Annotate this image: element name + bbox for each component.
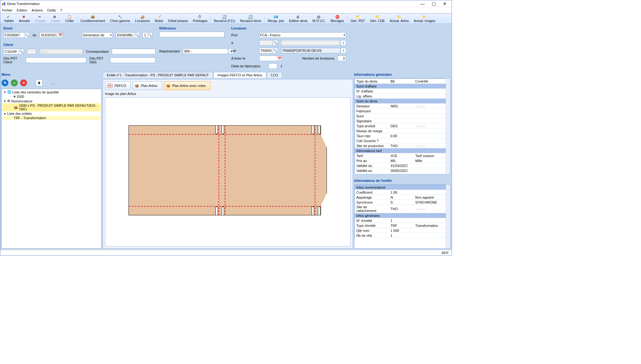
- app-icon: [2, 2, 6, 6]
- table-row: Fabricant: [355, 109, 450, 114]
- more-button[interactable]: …: [51, 81, 55, 85]
- tool-recalcul-f11-[interactable]: 🔄Recalcul (F11): [211, 14, 237, 24]
- tool-valider[interactable]: ✔Valider: [2, 14, 16, 24]
- a-lookup[interactable]: 🔍: [273, 40, 278, 46]
- conditionnement-icon: 📦: [91, 15, 95, 19]
- par-code-input[interactable]: [259, 48, 273, 53]
- close-button[interactable]: ✕: [439, 1, 450, 7]
- toolbar: ✔Valider✖Annuler✂Couper⧉Copier📋Coller📦Co…: [0, 13, 452, 24]
- menu-edition[interactable]: Edition: [17, 8, 27, 12]
- remove-button[interactable]: ✕: [20, 79, 27, 86]
- a-code-input[interactable]: [259, 40, 273, 46]
- par-desc-input: [281, 48, 341, 53]
- tree-leaf-trf[interactable]: TRF - Transformation: [2, 116, 101, 120]
- tool-m-o-v-c-[interactable]: ⓂM.O.V.C.: [310, 14, 328, 24]
- devis-num-input[interactable]: [3, 32, 25, 38]
- client-code-input[interactable]: [3, 49, 19, 54]
- tab-images[interactable]: Images FEFCO et Plan Artios: [214, 72, 266, 78]
- ensemble-lookup[interactable]: 🔍: [134, 32, 139, 38]
- btn-fefco[interactable]: FEFCO: [105, 81, 131, 90]
- tool-g-n-cde[interactable]: 📁Gén. CDE: [368, 14, 387, 24]
- rep-input[interactable]: [183, 48, 228, 54]
- table-row: Type du devisBEContrôlé: [355, 79, 450, 84]
- nb-input[interactable]: [337, 56, 346, 61]
- choix-gamme-icon: 🔧: [118, 15, 122, 19]
- ensemble-input[interactable]: [116, 32, 134, 38]
- port-select[interactable]: FCA - Franco▾: [259, 32, 346, 38]
- edit-button[interactable]: ✎: [2, 79, 8, 86]
- table-row: AppairageNNon appairé: [355, 195, 450, 200]
- tree-leaf-1500[interactable]: 1500: [2, 94, 101, 99]
- btn-plan-artios[interactable]: 📦 Plan Artios: [133, 81, 162, 90]
- tool-d-tail-phases[interactable]: 📄Détail phases: [166, 14, 191, 24]
- tree-node-nomenclature[interactable]: ▾ ⚙ Nomenclature: [2, 99, 101, 103]
- tool-r-cap-prix[interactable]: 💶Récap. prix: [265, 14, 287, 24]
- devis-num-lookup[interactable]: 🔍: [25, 32, 29, 38]
- delai-input[interactable]: [269, 63, 277, 69]
- scrollbar[interactable]: [446, 79, 450, 174]
- alivrer-input[interactable]: [259, 56, 277, 61]
- a-info-icon[interactable]: i: [341, 40, 346, 46]
- par-label: par: [231, 49, 256, 52]
- menu-actions[interactable]: Actions: [32, 8, 43, 12]
- valider-icon: ✔: [7, 15, 11, 19]
- reference-input[interactable]: [159, 32, 224, 37]
- tab-lco[interactable]: LCO: [267, 72, 282, 78]
- tool-actual-artios[interactable]: 📁Actual. Artios: [387, 14, 411, 24]
- table-row: Taux repr0.00: [355, 133, 450, 138]
- tool-copier: ⧉Copier: [48, 14, 63, 24]
- devis-date-input[interactable]: [39, 32, 58, 38]
- add-button[interactable]: ＋: [11, 79, 18, 86]
- svg-rect-0: [2, 3, 3, 5]
- table-row: Infos générales: [355, 213, 450, 218]
- tree-node-variants[interactable]: ▾ 🌐 Liste des variantes de quantité: [2, 90, 101, 94]
- table-row: Nb de réfs1: [355, 233, 450, 238]
- tool-coller[interactable]: 📋Coller: [63, 14, 76, 24]
- tool-edition-devis[interactable]: 🖨Edition devis: [287, 14, 310, 24]
- tool-couper: ✂Couper: [33, 14, 48, 24]
- par-lookup[interactable]: 🔍: [273, 48, 278, 53]
- corr-input[interactable]: [112, 49, 156, 54]
- ensemble-n-input[interactable]: [142, 32, 147, 38]
- tool-notes[interactable]: 📝Notes: [152, 14, 165, 24]
- maximize-button[interactable]: ▢: [428, 1, 439, 7]
- client-name-blur: [39, 49, 83, 54]
- table-row: Type d'entitéTRFTransformation: [355, 223, 450, 228]
- tree-node-entites[interactable]: ▾ Liste des entités: [2, 111, 101, 116]
- devis-title: Devis: [3, 26, 156, 31]
- grid-icon: [107, 83, 113, 88]
- pointages-icon: ⏱: [198, 15, 202, 19]
- scrollbar[interactable]: [446, 185, 450, 248]
- tree-leaf-product[interactable]: 📦 1500 x PS : PRODUIT SIMPLE PAR DEFAUT(…: [2, 103, 101, 111]
- par-info-icon[interactable]: i: [341, 48, 346, 53]
- copier-icon: ⧉: [53, 15, 58, 19]
- client-code-lookup[interactable]: 🔍: [19, 49, 24, 54]
- table-row: Qté nom1 500: [355, 228, 450, 233]
- tool-g-n-pdt[interactable]: 📁Gén. PDT: [348, 14, 368, 24]
- menu-outils[interactable]: Outils: [47, 8, 56, 12]
- alivrer-date-picker[interactable]: 📅: [277, 56, 282, 61]
- minimize-button[interactable]: —: [417, 1, 428, 7]
- tab-entite[interactable]: Entité n°1 - Transformation - PS : PRODU…: [103, 72, 213, 78]
- du-label: du: [33, 33, 36, 37]
- actual-images-icon: 📁: [422, 15, 427, 19]
- menu-help[interactable]: ?: [60, 8, 62, 12]
- calc-button[interactable]: 🖩: [36, 79, 43, 86]
- tool-recalcul-devis[interactable]: 🔄Recalcul devis: [237, 14, 264, 24]
- tool-livraisons[interactable]: 🚚Livraisons: [133, 14, 152, 24]
- des1-input[interactable]: [26, 57, 87, 63]
- des2-input[interactable]: [110, 57, 156, 63]
- tool-annuler[interactable]: ✖Annuler: [16, 14, 33, 24]
- devis-date-picker[interactable]: 📅: [58, 32, 63, 38]
- tool-choix-gamme[interactable]: 🔧Choix gamme: [107, 14, 133, 24]
- menu-fichier[interactable]: Fichier: [2, 8, 12, 12]
- ensemble-n-lookup[interactable]: 🔍: [147, 32, 152, 38]
- tool-pointages[interactable]: ⏱Pointages: [190, 14, 210, 24]
- svg-rect-1: [4, 2, 5, 5]
- tool-blocages[interactable]: ⛔Blocages: [328, 14, 346, 24]
- tool-actual-images[interactable]: 📁Actual. images: [411, 14, 438, 24]
- btn-plan-cotes[interactable]: 📦 Plan Artios avec cotes: [164, 81, 210, 90]
- generation-select[interactable]: Génération de▾: [82, 32, 113, 38]
- tool-conditionnement[interactable]: 📦Conditionnement: [78, 14, 107, 24]
- menu-tree[interactable]: ▾ 🌐 Liste des variantes de quantité 1500…: [2, 89, 102, 249]
